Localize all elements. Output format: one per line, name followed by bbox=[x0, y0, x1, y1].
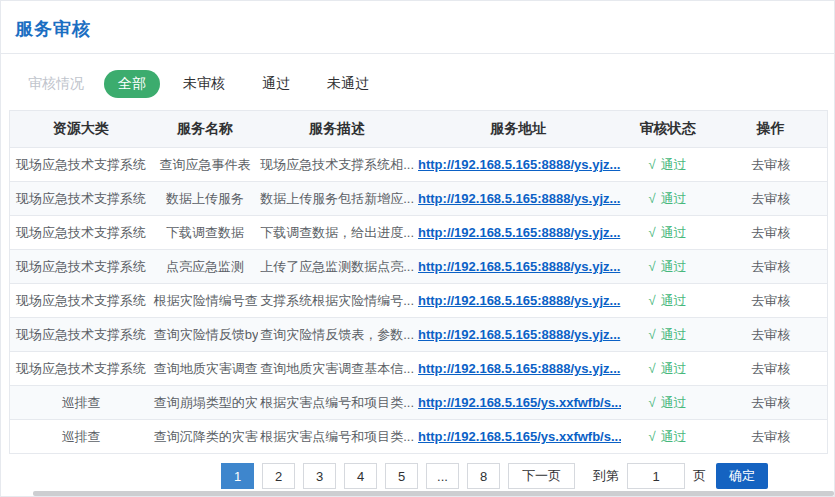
status-badge: √通过 bbox=[648, 429, 686, 444]
cell-category: 现场应急技术支撑系统 bbox=[10, 284, 152, 318]
check-icon: √ bbox=[648, 225, 655, 240]
cell-audit-status: √通过 bbox=[621, 352, 715, 386]
page-number-button[interactable]: 4 bbox=[344, 463, 377, 489]
status-badge: √通过 bbox=[648, 395, 686, 410]
next-page-button[interactable]: 下一页 bbox=[508, 463, 575, 489]
horizontal-scrollbar[interactable] bbox=[33, 491, 834, 496]
filter-tab-2[interactable]: 通过 bbox=[248, 70, 304, 98]
go-audit-link[interactable]: 去审核 bbox=[751, 327, 790, 342]
table-row: 现场应急技术支撑系统查询应急事件表现场应急技术支撑系统相...http://19… bbox=[10, 148, 828, 182]
status-badge: √通过 bbox=[648, 361, 686, 376]
page-number-button[interactable]: 1 bbox=[221, 463, 254, 489]
cell-service-url: http://192.168.5.165:8888/ys.yjz... bbox=[416, 182, 621, 216]
cell-category: 现场应急技术支撑系统 bbox=[10, 216, 152, 250]
cell-service-url: http://192.168.5.165/ys.xxfwfb/s... bbox=[416, 420, 621, 454]
cell-category: 巡排查 bbox=[10, 420, 152, 454]
check-icon: √ bbox=[648, 259, 655, 274]
cell-action: 去审核 bbox=[715, 352, 828, 386]
cell-action: 去审核 bbox=[715, 216, 828, 250]
table-row: 现场应急技术支撑系统下载调查数据下载调查数据，给出进度...http://192… bbox=[10, 216, 828, 250]
title-bar: 服务审核 bbox=[1, 1, 834, 54]
cell-audit-status: √通过 bbox=[621, 216, 715, 250]
cell-category: 现场应急技术支撑系统 bbox=[10, 250, 152, 284]
status-text: 通过 bbox=[661, 191, 687, 206]
cell-service-url: http://192.168.5.165:8888/ys.yjz... bbox=[416, 284, 621, 318]
cell-audit-status: √通过 bbox=[621, 182, 715, 216]
service-url-link[interactable]: http://192.168.5.165:8888/ys.yjz... bbox=[418, 259, 620, 274]
filter-tab-1[interactable]: 未审核 bbox=[169, 70, 239, 98]
filter-tab-all[interactable]: 全部 bbox=[104, 70, 160, 98]
go-audit-link[interactable]: 去审核 bbox=[751, 429, 790, 444]
cell-action: 去审核 bbox=[715, 250, 828, 284]
status-text: 通过 bbox=[661, 259, 687, 274]
cell-description: 查询地质灾害调查基本信... bbox=[258, 352, 416, 386]
go-audit-link[interactable]: 去审核 bbox=[751, 191, 790, 206]
filter-tab-3[interactable]: 未通过 bbox=[313, 70, 383, 98]
cell-audit-status: √通过 bbox=[621, 284, 715, 318]
cell-action: 去审核 bbox=[715, 284, 828, 318]
go-audit-link[interactable]: 去审核 bbox=[751, 395, 790, 410]
column-header: 服务描述 bbox=[258, 111, 416, 148]
cell-description: 下载调查数据，给出进度... bbox=[258, 216, 416, 250]
go-audit-link[interactable]: 去审核 bbox=[751, 225, 790, 240]
column-header: 操作 bbox=[715, 111, 828, 148]
page-number-button[interactable]: 8 bbox=[467, 463, 500, 489]
cell-service-url: http://192.168.5.165:8888/ys.yjz... bbox=[416, 216, 621, 250]
page-number-button[interactable]: 3 bbox=[303, 463, 336, 489]
cell-service-url: http://192.168.5.165:8888/ys.yjz... bbox=[416, 352, 621, 386]
status-badge: √通过 bbox=[648, 157, 686, 172]
column-header: 服务地址 bbox=[416, 111, 621, 148]
check-icon: √ bbox=[648, 157, 655, 172]
service-url-link[interactable]: http://192.168.5.165/ys.xxfwfb/s... bbox=[418, 395, 621, 410]
cell-action: 去审核 bbox=[715, 182, 828, 216]
go-audit-link[interactable]: 去审核 bbox=[751, 259, 790, 274]
cell-action: 去审核 bbox=[715, 318, 828, 352]
go-audit-link[interactable]: 去审核 bbox=[751, 293, 790, 308]
table-row: 巡排查查询沉降类的灾害点...根据灾害点编号和项目类...http://192.… bbox=[10, 420, 828, 454]
pagination: 12345...8 下一页 到第 页 确定 bbox=[1, 463, 834, 489]
cell-description: 根据灾害点编号和项目类... bbox=[258, 386, 416, 420]
service-url-link[interactable]: http://192.168.5.165:8888/ys.yjz... bbox=[418, 157, 620, 172]
go-audit-link[interactable]: 去审核 bbox=[751, 361, 790, 376]
service-url-link[interactable]: http://192.168.5.165:8888/ys.yjz... bbox=[418, 293, 620, 308]
cell-service-name: 点亮应急监测 bbox=[152, 250, 258, 284]
cell-audit-status: √通过 bbox=[621, 148, 715, 182]
page-ellipsis-button[interactable]: ... bbox=[426, 463, 459, 489]
filter-label: 审核情况 bbox=[28, 75, 84, 93]
cell-service-url: http://192.168.5.165:8888/ys.yjz... bbox=[416, 318, 621, 352]
service-url-link[interactable]: http://192.168.5.165:8888/ys.yjz... bbox=[418, 191, 620, 206]
status-text: 通过 bbox=[661, 157, 687, 172]
go-audit-link[interactable]: 去审核 bbox=[751, 157, 790, 172]
cell-category: 现场应急技术支撑系统 bbox=[10, 318, 152, 352]
cell-description: 现场应急技术支撑系统相... bbox=[258, 148, 416, 182]
page-number-button[interactable]: 2 bbox=[262, 463, 295, 489]
table-header-row: 资源大类服务名称服务描述服务地址审核状态操作 bbox=[10, 111, 828, 148]
goto-page-input[interactable] bbox=[627, 463, 685, 489]
service-url-link[interactable]: http://192.168.5.165:8888/ys.yjz... bbox=[418, 327, 620, 342]
audit-table: 资源大类服务名称服务描述服务地址审核状态操作 现场应急技术支撑系统查询应急事件表… bbox=[9, 110, 828, 454]
check-icon: √ bbox=[648, 361, 655, 376]
service-url-link[interactable]: http://192.168.5.165/ys.xxfwfb/s... bbox=[418, 429, 621, 444]
cell-action: 去审核 bbox=[715, 148, 828, 182]
check-icon: √ bbox=[648, 395, 655, 410]
status-text: 通过 bbox=[661, 395, 687, 410]
table-row: 现场应急技术支撑系统查询灾险情反馈byZ...查询灾险情反馈表，参数...htt… bbox=[10, 318, 828, 352]
cell-description: 查询灾险情反馈表，参数... bbox=[258, 318, 416, 352]
cell-description: 数据上传服务包括新增应... bbox=[258, 182, 416, 216]
page-number-button[interactable]: 5 bbox=[385, 463, 418, 489]
table-row: 现场应急技术支撑系统数据上传服务数据上传服务包括新增应...http://192… bbox=[10, 182, 828, 216]
column-header: 服务名称 bbox=[152, 111, 258, 148]
check-icon: √ bbox=[648, 293, 655, 308]
status-badge: √通过 bbox=[648, 327, 686, 342]
audit-filter-row: 审核情况 全部未审核通过未通过 bbox=[1, 54, 834, 110]
service-url-link[interactable]: http://192.168.5.165:8888/ys.yjz... bbox=[418, 361, 620, 376]
service-audit-page: 服务审核 审核情况 全部未审核通过未通过 资源大类服务名称服务描述服务地址审核状… bbox=[0, 0, 835, 497]
cell-service-name: 查询灾险情反馈byZ... bbox=[152, 318, 258, 352]
page-number-buttons: 12345...8 bbox=[221, 463, 500, 489]
confirm-page-button[interactable]: 确定 bbox=[716, 463, 768, 489]
table-row: 现场应急技术支撑系统查询地质灾害调查基...查询地质灾害调查基本信...http… bbox=[10, 352, 828, 386]
cell-service-name: 查询地质灾害调查基... bbox=[152, 352, 258, 386]
service-url-link[interactable]: http://192.168.5.165:8888/ys.yjz... bbox=[418, 225, 620, 240]
goto-page-suffix: 页 bbox=[693, 467, 706, 485]
cell-service-name: 查询应急事件表 bbox=[152, 148, 258, 182]
